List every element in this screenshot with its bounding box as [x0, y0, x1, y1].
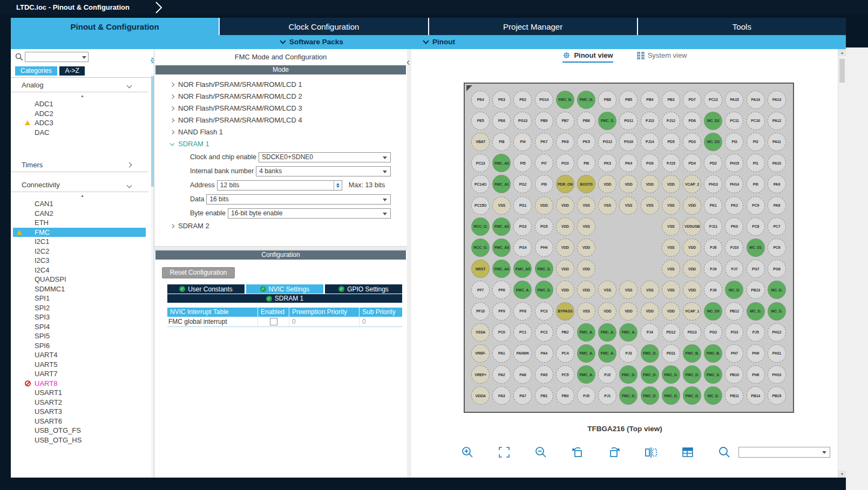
- mode-item-nor-flash-psram-sram-rom-lcd-4[interactable]: NOR Flash/PSRAM/SRAM/ROM/LCD 4: [154, 114, 407, 126]
- category-timers[interactable]: Timers: [11, 159, 148, 172]
- pin-mc-d[interactable]: MC_D.: [768, 302, 786, 321]
- scrollbar-thumb[interactable]: [839, 59, 845, 83]
- flip-view-icon[interactable]: [645, 446, 657, 459]
- pin-pd11[interactable]: PD11: [662, 344, 680, 363]
- pin-pj5[interactable]: PJ5: [747, 323, 765, 342]
- pin-vddusb[interactable]: VDDUSB: [683, 217, 701, 236]
- pin-pd4[interactable]: PD4: [683, 154, 701, 172]
- pin-mc-d[interactable]: MC_D.: [725, 281, 743, 299]
- pin-pa0wk[interactable]: PA0WK: [513, 344, 532, 363]
- pin-pk3[interactable]: PK3: [598, 154, 616, 172]
- pin-fmc-s[interactable]: FMC_S.: [535, 260, 553, 278]
- pin-pj9[interactable]: PJ9: [704, 260, 722, 278]
- pin-pg7[interactable]: PG7: [747, 260, 765, 278]
- pin-pg11[interactable]: PG11: [619, 112, 638, 130]
- pin-fmc-n[interactable]: FMC_N.: [577, 91, 595, 109]
- pin-bypass[interactable]: BYPASS: [556, 302, 574, 321]
- pin-vdd[interactable]: VDD: [683, 281, 701, 299]
- sidebar-item-spi6[interactable]: SPI6: [11, 341, 146, 351]
- pin-pb12[interactable]: PB12: [725, 302, 743, 321]
- pin-pc12[interactable]: PC12: [704, 91, 722, 109]
- pin-pa13[interactable]: PA13: [768, 91, 786, 109]
- select-clock-and-chip-enable[interactable]: SDCKE0+SDNE0: [259, 152, 391, 162]
- pin-pj15[interactable]: PJ15: [662, 154, 680, 172]
- pin-pd2[interactable]: PD2: [704, 154, 722, 172]
- pin-vss[interactable]: VSS: [641, 196, 659, 215]
- pin-vss[interactable]: VSS: [577, 196, 595, 215]
- pin-pc0[interactable]: PC0: [492, 323, 511, 342]
- pin-pb1[interactable]: PB1: [535, 386, 553, 405]
- mode-item-nor-flash-psram-sram-rom-lcd-1[interactable]: NOR Flash/PSRAM/SRAM/ROM/LCD 1: [154, 79, 407, 91]
- zoom-in-icon[interactable]: [461, 446, 474, 459]
- horizontal-splitter[interactable]: [154, 246, 407, 250]
- pin-ph4[interactable]: PH4: [535, 239, 553, 257]
- pin-fmc-d[interactable]: FMC_D.: [683, 386, 701, 405]
- mode-item-nor-flash-psram-sram-rom-lcd-3[interactable]: NOR Flash/PSRAM/SRAM/ROM/LCD 3: [154, 103, 407, 114]
- pin-pk1[interactable]: PK1: [704, 196, 722, 215]
- pin-pd3[interactable]: PD3: [683, 133, 701, 151]
- pin-pi9[interactable]: PI9: [535, 175, 553, 193]
- pin-pa8[interactable]: PA8: [768, 196, 786, 215]
- tab-clock-configuration[interactable]: Clock Configuration: [220, 18, 428, 35]
- pin-pc9[interactable]: PC9: [747, 196, 765, 215]
- pin-vdd[interactable]: VDD: [683, 196, 701, 215]
- sidebar-item-dac[interactable]: DAC: [11, 128, 146, 138]
- pin-vdd[interactable]: VDD: [556, 217, 574, 236]
- pin-pk7[interactable]: PK7: [535, 133, 553, 151]
- mode-item-sdram-2[interactable]: SDRAM 2: [154, 220, 407, 232]
- pin-pb15[interactable]: PB15: [768, 386, 786, 405]
- pin-pc7[interactable]: PC7: [768, 217, 786, 236]
- pin-mc-d3[interactable]: MC_D3: [704, 133, 722, 151]
- pin-pf8[interactable]: PF8: [513, 302, 532, 321]
- pin-pi2[interactable]: PI2: [747, 133, 765, 151]
- pin-rcc-o[interactable]: RCC_O.: [471, 239, 490, 257]
- scroll-down-arrow-icon[interactable]: ▼: [838, 471, 846, 478]
- pin-pi14[interactable]: PI14: [513, 239, 532, 257]
- pin-pj0[interactable]: PJ0: [577, 386, 595, 405]
- pin-ph14[interactable]: PH14: [725, 175, 743, 193]
- pin-vcap-1[interactable]: VCAP_1: [683, 302, 701, 321]
- sidebar-item-quadspi[interactable]: QUADSPI: [11, 275, 146, 284]
- rotate-counterclockwise-icon[interactable]: [571, 446, 584, 459]
- pin-pi0[interactable]: PI0: [747, 175, 765, 193]
- pin-pj1[interactable]: PJ1: [598, 386, 616, 405]
- pin-pe4[interactable]: PE4: [471, 91, 490, 109]
- scroll-up-icon[interactable]: ▲: [11, 192, 154, 199]
- pin-vss[interactable]: VSS: [619, 196, 638, 215]
- pin-vss[interactable]: VSS: [598, 196, 616, 215]
- pin-fmc-d[interactable]: FMC_D.: [641, 344, 659, 363]
- tab-project-manager[interactable]: Project Manager: [429, 18, 637, 35]
- pin-pj7[interactable]: PJ7: [725, 260, 743, 278]
- pin-fmc-d[interactable]: FMC_D.: [641, 365, 659, 384]
- pin-pa5[interactable]: PA5: [535, 365, 553, 384]
- pin-mc-d[interactable]: MC_D.: [704, 386, 722, 405]
- pin-search-select[interactable]: [738, 447, 830, 458]
- pin-pi11[interactable]: PI11: [513, 196, 532, 215]
- pin-pa1[interactable]: PA1: [492, 344, 511, 363]
- tab-pinout-configuration[interactable]: Pinout & Configuration: [11, 18, 219, 35]
- pin-fmc-a4[interactable]: FMC_A4: [492, 260, 511, 278]
- pin-pk0[interactable]: PK0: [725, 217, 743, 236]
- sidebar-item-uart5[interactable]: UART5: [11, 360, 146, 370]
- sidebar-scrollbar[interactable]: [151, 76, 154, 478]
- pin-vss[interactable]: VSS: [577, 217, 595, 236]
- pin-pc8[interactable]: PC8: [747, 217, 765, 236]
- pin-pe5[interactable]: PE5: [471, 112, 490, 130]
- pin-pb6[interactable]: PB6: [577, 112, 595, 130]
- pin-pj6[interactable]: PJ6: [704, 281, 722, 299]
- pin-pj14[interactable]: PJ14: [641, 133, 659, 151]
- sidebar-item-usb-otg-hs[interactable]: USB_OTG_HS: [11, 435, 146, 445]
- select-byte-enable[interactable]: 16-bit byte enable: [228, 208, 391, 219]
- pin-pa6[interactable]: PA6: [513, 365, 532, 384]
- pin-pc13[interactable]: PC13: [471, 154, 490, 172]
- sidebar-item-adc1[interactable]: ADC1: [11, 99, 146, 109]
- pin-fmc-s[interactable]: FMC_S.: [535, 281, 553, 299]
- pinout-menu[interactable]: Pinout: [424, 38, 455, 46]
- pin-fmc-a[interactable]: FMC_A.: [598, 344, 616, 363]
- sidebar-item-i2c1[interactable]: I2C1: [11, 237, 146, 247]
- pin-vdd[interactable]: VDD: [577, 281, 595, 299]
- spinner-up-icon[interactable]: [336, 181, 340, 185]
- pin-pk2[interactable]: PK2: [725, 196, 743, 215]
- pin-pa12[interactable]: PA12: [768, 112, 786, 130]
- pin-pj10[interactable]: PJ10: [725, 239, 743, 257]
